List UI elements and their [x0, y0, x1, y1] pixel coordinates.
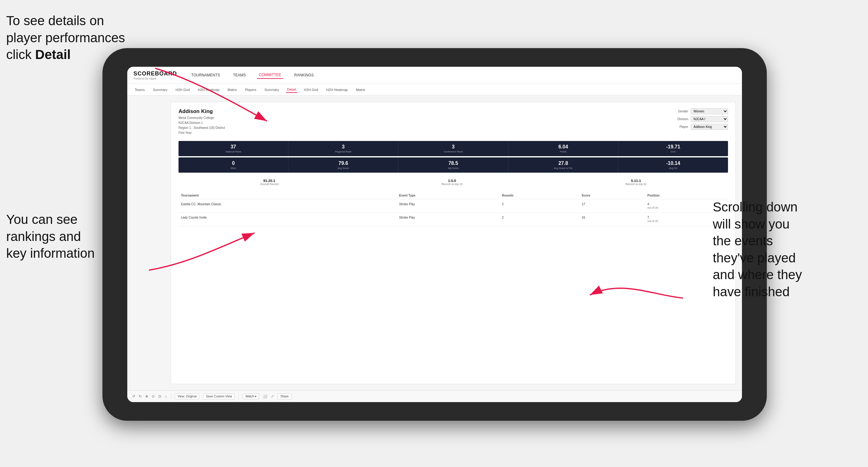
stats-row-1: 37 National Rank 3 Regional Rank 3 Confe…	[179, 141, 728, 156]
national-rank-label: National Rank	[180, 150, 286, 153]
sub-nav-matrix2[interactable]: Matrix	[354, 87, 366, 93]
sub-nav-matrix[interactable]: Matrix	[226, 87, 238, 93]
player-control: Player Addison King	[671, 124, 728, 130]
gender-label: Gender	[671, 110, 688, 113]
top50-record-value: 5-11-1	[625, 179, 647, 183]
nav-committee[interactable]: COMMITTEE	[257, 71, 283, 79]
nav-tournaments[interactable]: TOURNAMENTS	[189, 72, 222, 79]
division-select[interactable]: NJCAA I NJCAA II	[691, 116, 728, 122]
conference-rank-value: 3	[400, 144, 506, 150]
record-top50: 5-11-1 Record vs top 50	[625, 179, 647, 186]
stat-conference-rank: 3 Conference Rank	[398, 141, 508, 156]
col-rounds: Rounds	[499, 192, 579, 199]
watch-button[interactable]: Watch ▾	[243, 394, 259, 399]
toolbar-separator	[171, 394, 171, 400]
share-button[interactable]: Share	[278, 394, 291, 399]
score-1: 17	[579, 199, 645, 213]
stat-wins: 0 Wins	[179, 157, 288, 173]
timer-icon[interactable]: ○	[165, 395, 167, 398]
zoom-out-icon[interactable]: ⊙	[152, 394, 155, 398]
adj-score-value: 78.5	[400, 160, 506, 166]
national-rank-value: 37	[180, 144, 286, 150]
top50-record-label: Record vs top 50	[625, 183, 647, 186]
sub-nav-h2h-grid[interactable]: H2H Grid	[174, 87, 191, 93]
col-position: Position	[645, 192, 728, 199]
avg-score-par-label: Avg Score to Par	[510, 167, 616, 169]
left-spacer	[133, 102, 171, 384]
main-content: Addison King Mesa Community College NJCA…	[127, 96, 742, 402]
table-row: Lady Coyote Invite Stroke Play 2 16 7out…	[179, 213, 728, 226]
logo-area: SCOREBOARD Powered by clippd	[133, 70, 177, 80]
gender-select[interactable]: Women Men	[691, 108, 728, 114]
rounds-2: 2	[499, 213, 579, 226]
annotation-bottom-right: Scrolling down will show you the events …	[713, 199, 862, 301]
regional-rank-value: 3	[290, 144, 396, 150]
sub-nav-detail[interactable]: Detail	[286, 87, 297, 93]
sub-nav-h2h-heatmap2[interactable]: H2H Heatmap	[325, 87, 349, 93]
undo-icon[interactable]: ↺	[132, 394, 135, 398]
detail-panel: Addison King Mesa Community College NJCA…	[171, 102, 736, 384]
conference-rank-label: Conference Rank	[400, 150, 506, 153]
sub-nav: Teams Summary H2H Grid H2H Heatmap Matri…	[127, 84, 742, 96]
avg-score-par-value: 27.8	[510, 160, 616, 166]
stat-avg-score-par: 27.8 Avg Score to Par	[508, 157, 618, 173]
stat-sos: -19.71 SoS	[618, 141, 728, 156]
player-college: Mesa Community College	[179, 116, 225, 121]
sub-nav-players[interactable]: Players	[244, 87, 258, 93]
division-label: Division	[671, 117, 688, 121]
wins-label: Wins	[180, 167, 286, 169]
player-header: Addison King Mesa Community College NJCA…	[179, 108, 728, 135]
annotation-top-left: To see details on player performances cl…	[6, 12, 125, 63]
col-tournament: Tournament	[179, 192, 397, 199]
stat-points: 6.04 Points	[508, 141, 618, 156]
monitor-icon[interactable]: ⬜	[263, 394, 267, 398]
gender-control: Gender Women Men	[671, 108, 728, 114]
sub-nav-h2h-heatmap[interactable]: H2H Heatmap	[196, 87, 221, 93]
player-name: Addison King	[179, 108, 225, 115]
redo-icon[interactable]: ↻	[139, 394, 142, 398]
sub-nav-summary[interactable]: Summary	[152, 87, 168, 93]
expand-icon[interactable]: ⤢	[271, 394, 274, 398]
record-top25: 1-5-0 Record vs top 25	[441, 179, 463, 186]
zoom-in-icon[interactable]: ⊕	[145, 394, 148, 398]
sub-nav-summary2[interactable]: Summary	[263, 87, 280, 93]
regional-rank-label: Regional Rank	[290, 150, 396, 153]
sub-nav-h2h-grid2[interactable]: H2H Grid	[303, 87, 319, 93]
score-2: 16	[579, 213, 645, 226]
annotation-bottom-left: You can see rankings and key information	[6, 211, 95, 262]
record-overall: 91-20-1 Overall Record	[260, 179, 278, 186]
col-score: Score	[579, 192, 645, 199]
overall-record-label: Overall Record	[260, 183, 278, 186]
player-controls: Gender Women Men Division NJCAA I	[671, 108, 728, 130]
logo-sub: Powered by clippd	[133, 77, 156, 80]
stats-row-2: 0 Wins 79.6 Avg Score 78.5 Adj Score 2	[179, 157, 728, 173]
stat-adj-score: 78.5 Adj Score	[398, 157, 508, 173]
sub-nav-teams[interactable]: Teams	[133, 87, 146, 93]
adj-score-label: Adj Score	[400, 167, 506, 169]
tablet-device: SCOREBOARD Powered by clippd TOURNAMENTS…	[102, 48, 767, 421]
view-original-button[interactable]: View: Original	[175, 394, 199, 399]
bottom-toolbar: ↺ ↻ ⊕ ⊙ ⊡ ○ View: Original Save Custom V…	[127, 390, 742, 402]
sos-value: -19.71	[620, 144, 726, 150]
records-row: 91-20-1 Overall Record 1-5-0 Record vs t…	[179, 176, 728, 188]
tournament-table: Tournament Event Type Rounds Score Posit…	[179, 192, 728, 226]
top25-record-value: 1-5-0	[441, 179, 463, 183]
division-control: Division NJCAA I NJCAA II	[671, 116, 728, 122]
avg-sg-value: -10.14	[620, 160, 726, 166]
content-area: Addison King Mesa Community College NJCA…	[127, 96, 742, 390]
wins-value: 0	[180, 160, 286, 166]
points-value: 6.04	[510, 144, 616, 150]
tournament-name-2: Lady Coyote Invite	[179, 213, 397, 226]
player-select[interactable]: Addison King	[691, 124, 728, 130]
top-nav: SCOREBOARD Powered by clippd TOURNAMENTS…	[127, 67, 742, 84]
event-type-1: Stroke Play	[397, 199, 499, 213]
top25-record-label: Record vs top 25	[441, 183, 463, 186]
save-custom-view-label: Save Custom View	[206, 395, 232, 398]
sos-label: SoS	[620, 150, 726, 153]
save-custom-view-button[interactable]: Save Custom View	[203, 394, 235, 399]
avg-score-value: 79.6	[290, 160, 396, 166]
rounds-1: 2	[499, 199, 579, 213]
nav-teams[interactable]: TEAMS	[231, 72, 247, 79]
nav-rankings[interactable]: RANKINGS	[292, 72, 316, 79]
fit-icon[interactable]: ⊡	[158, 394, 161, 398]
